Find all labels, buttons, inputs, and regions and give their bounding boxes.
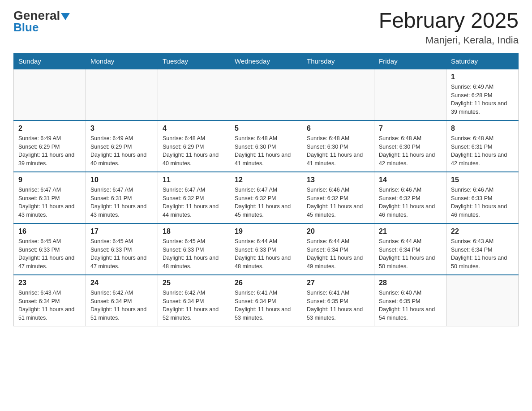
calendar-cell xyxy=(86,69,158,120)
calendar-cell: 22Sunrise: 6:43 AM Sunset: 6:34 PM Dayli… xyxy=(446,223,519,275)
title-area: February 2025 Manjeri, Kerala, India xyxy=(379,9,519,46)
day-number: 4 xyxy=(163,124,225,133)
calendar-cell: 5Sunrise: 6:48 AM Sunset: 6:30 PM Daylig… xyxy=(230,120,302,172)
calendar-cell: 16Sunrise: 6:45 AM Sunset: 6:33 PM Dayli… xyxy=(14,223,86,275)
calendar-cell: 15Sunrise: 6:46 AM Sunset: 6:33 PM Dayli… xyxy=(446,172,519,223)
day-info: Sunrise: 6:44 AM Sunset: 6:33 PM Dayligh… xyxy=(235,237,297,271)
calendar-cell: 3Sunrise: 6:49 AM Sunset: 6:29 PM Daylig… xyxy=(86,120,158,172)
day-info: Sunrise: 6:43 AM Sunset: 6:34 PM Dayligh… xyxy=(18,289,81,322)
day-info: Sunrise: 6:45 AM Sunset: 6:33 PM Dayligh… xyxy=(90,237,153,271)
col-monday: Monday xyxy=(86,53,158,69)
col-saturday: Saturday xyxy=(446,53,519,69)
day-info: Sunrise: 6:40 AM Sunset: 6:35 PM Dayligh… xyxy=(379,289,442,322)
day-info: Sunrise: 6:49 AM Sunset: 6:28 PM Dayligh… xyxy=(451,83,514,116)
calendar-cell xyxy=(302,69,374,120)
week-row-1: 1Sunrise: 6:49 AM Sunset: 6:28 PM Daylig… xyxy=(14,69,519,120)
day-info: Sunrise: 6:48 AM Sunset: 6:29 PM Dayligh… xyxy=(163,134,225,168)
calendar-cell: 12Sunrise: 6:47 AM Sunset: 6:32 PM Dayli… xyxy=(230,172,302,223)
day-number: 9 xyxy=(18,176,81,184)
day-info: Sunrise: 6:47 AM Sunset: 6:31 PM Dayligh… xyxy=(18,186,81,219)
day-info: Sunrise: 6:46 AM Sunset: 6:33 PM Dayligh… xyxy=(451,186,514,219)
day-info: Sunrise: 6:42 AM Sunset: 6:34 PM Dayligh… xyxy=(90,289,153,322)
calendar-cell: 11Sunrise: 6:47 AM Sunset: 6:32 PM Dayli… xyxy=(158,172,230,223)
day-number: 15 xyxy=(451,176,514,184)
day-number: 24 xyxy=(90,279,153,287)
day-number: 3 xyxy=(90,124,153,133)
calendar-cell: 4Sunrise: 6:48 AM Sunset: 6:29 PM Daylig… xyxy=(158,120,230,172)
calendar-cell: 23Sunrise: 6:43 AM Sunset: 6:34 PM Dayli… xyxy=(14,275,86,326)
calendar-cell: 8Sunrise: 6:48 AM Sunset: 6:31 PM Daylig… xyxy=(446,120,519,172)
day-number: 25 xyxy=(163,279,225,287)
day-info: Sunrise: 6:48 AM Sunset: 6:30 PM Dayligh… xyxy=(235,134,297,168)
day-info: Sunrise: 6:49 AM Sunset: 6:29 PM Dayligh… xyxy=(90,134,153,168)
day-number: 2 xyxy=(18,124,81,133)
calendar-cell: 21Sunrise: 6:44 AM Sunset: 6:34 PM Dayli… xyxy=(374,223,446,275)
calendar-cell: 18Sunrise: 6:45 AM Sunset: 6:33 PM Dayli… xyxy=(158,223,230,275)
day-info: Sunrise: 6:41 AM Sunset: 6:35 PM Dayligh… xyxy=(307,289,369,322)
day-info: Sunrise: 6:42 AM Sunset: 6:34 PM Dayligh… xyxy=(163,289,225,322)
calendar-cell xyxy=(446,275,519,326)
col-tuesday: Tuesday xyxy=(158,53,230,69)
day-number: 7 xyxy=(379,124,442,133)
day-number: 19 xyxy=(235,227,297,235)
calendar-cell: 19Sunrise: 6:44 AM Sunset: 6:33 PM Dayli… xyxy=(230,223,302,275)
day-info: Sunrise: 6:47 AM Sunset: 6:32 PM Dayligh… xyxy=(235,186,297,219)
calendar-cell xyxy=(374,69,446,120)
day-info: Sunrise: 6:44 AM Sunset: 6:34 PM Dayligh… xyxy=(379,237,442,271)
calendar-cell: 7Sunrise: 6:48 AM Sunset: 6:30 PM Daylig… xyxy=(374,120,446,172)
day-info: Sunrise: 6:45 AM Sunset: 6:33 PM Dayligh… xyxy=(163,237,225,271)
day-number: 27 xyxy=(307,279,369,287)
day-number: 21 xyxy=(379,227,442,235)
day-info: Sunrise: 6:47 AM Sunset: 6:32 PM Dayligh… xyxy=(163,186,225,219)
day-number: 5 xyxy=(235,124,297,133)
calendar-cell xyxy=(14,69,86,120)
day-info: Sunrise: 6:46 AM Sunset: 6:32 PM Dayligh… xyxy=(307,186,369,219)
calendar-cell: 25Sunrise: 6:42 AM Sunset: 6:34 PM Dayli… xyxy=(158,275,230,326)
day-number: 18 xyxy=(163,227,225,235)
day-info: Sunrise: 6:43 AM Sunset: 6:34 PM Dayligh… xyxy=(451,237,514,271)
day-number: 22 xyxy=(451,227,514,235)
calendar: Sunday Monday Tuesday Wednesday Thursday… xyxy=(13,53,519,326)
calendar-cell: 20Sunrise: 6:44 AM Sunset: 6:34 PM Dayli… xyxy=(302,223,374,275)
day-info: Sunrise: 6:48 AM Sunset: 6:30 PM Dayligh… xyxy=(379,134,442,168)
calendar-cell: 13Sunrise: 6:46 AM Sunset: 6:32 PM Dayli… xyxy=(302,172,374,223)
header: General Blue February 2025 Manjeri, Kera… xyxy=(13,9,519,46)
page-title: February 2025 xyxy=(379,9,519,33)
day-info: Sunrise: 6:46 AM Sunset: 6:32 PM Dayligh… xyxy=(379,186,442,219)
logo-triangle-icon xyxy=(61,13,70,20)
col-sunday: Sunday xyxy=(14,53,86,69)
week-row-2: 2Sunrise: 6:49 AM Sunset: 6:29 PM Daylig… xyxy=(14,120,519,172)
calendar-cell: 10Sunrise: 6:47 AM Sunset: 6:31 PM Dayli… xyxy=(86,172,158,223)
day-number: 10 xyxy=(90,176,153,184)
day-number: 26 xyxy=(235,279,297,287)
calendar-cell: 27Sunrise: 6:41 AM Sunset: 6:35 PM Dayli… xyxy=(302,275,374,326)
calendar-header-row: Sunday Monday Tuesday Wednesday Thursday… xyxy=(14,53,519,69)
calendar-cell: 6Sunrise: 6:48 AM Sunset: 6:30 PM Daylig… xyxy=(302,120,374,172)
week-row-3: 9Sunrise: 6:47 AM Sunset: 6:31 PM Daylig… xyxy=(14,172,519,223)
calendar-cell: 28Sunrise: 6:40 AM Sunset: 6:35 PM Dayli… xyxy=(374,275,446,326)
day-number: 28 xyxy=(379,279,442,287)
day-info: Sunrise: 6:41 AM Sunset: 6:34 PM Dayligh… xyxy=(235,289,297,322)
logo-bottom: Blue xyxy=(13,21,70,34)
calendar-cell xyxy=(158,69,230,120)
col-friday: Friday xyxy=(374,53,446,69)
calendar-cell: 14Sunrise: 6:46 AM Sunset: 6:32 PM Dayli… xyxy=(374,172,446,223)
day-info: Sunrise: 6:44 AM Sunset: 6:34 PM Dayligh… xyxy=(307,237,369,271)
col-wednesday: Wednesday xyxy=(230,53,302,69)
day-info: Sunrise: 6:49 AM Sunset: 6:29 PM Dayligh… xyxy=(18,134,81,168)
day-number: 11 xyxy=(163,176,225,184)
day-number: 20 xyxy=(307,227,369,235)
day-info: Sunrise: 6:48 AM Sunset: 6:31 PM Dayligh… xyxy=(451,134,514,168)
day-number: 13 xyxy=(307,176,369,184)
col-thursday: Thursday xyxy=(302,53,374,69)
week-row-5: 23Sunrise: 6:43 AM Sunset: 6:34 PM Dayli… xyxy=(14,275,519,326)
day-number: 23 xyxy=(18,279,81,287)
calendar-cell: 24Sunrise: 6:42 AM Sunset: 6:34 PM Dayli… xyxy=(86,275,158,326)
calendar-cell: 1Sunrise: 6:49 AM Sunset: 6:28 PM Daylig… xyxy=(446,69,519,120)
calendar-cell: 9Sunrise: 6:47 AM Sunset: 6:31 PM Daylig… xyxy=(14,172,86,223)
day-info: Sunrise: 6:48 AM Sunset: 6:30 PM Dayligh… xyxy=(307,134,369,168)
day-number: 12 xyxy=(235,176,297,184)
calendar-cell: 17Sunrise: 6:45 AM Sunset: 6:33 PM Dayli… xyxy=(86,223,158,275)
calendar-cell: 26Sunrise: 6:41 AM Sunset: 6:34 PM Dayli… xyxy=(230,275,302,326)
day-number: 6 xyxy=(307,124,369,133)
